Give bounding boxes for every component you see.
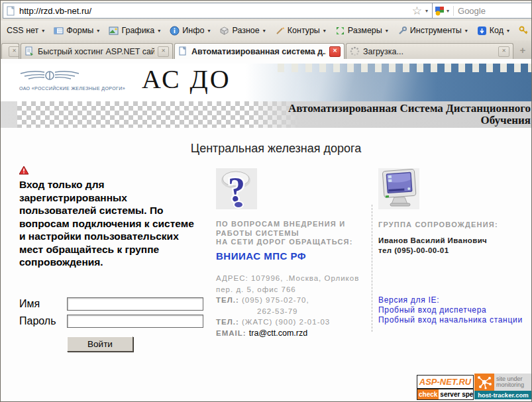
tab-hosting[interactable]: Быстрый хостинг ASP.NET сайтов с и... ✕ <box>21 43 173 59</box>
search-engine-caret[interactable]: ▾ <box>445 8 451 14</box>
devtools-menu-forms[interactable]: Формы▾ <box>49 23 104 38</box>
menu-label: Разное <box>232 26 259 35</box>
devtools-menu-resize[interactable]: Размеры▾ <box>331 23 393 38</box>
devtools-menu-images[interactable]: Графика▾ <box>104 23 165 38</box>
notice-line: Вход только для <box>19 178 210 191</box>
info-icon <box>170 26 180 36</box>
chevron-down-icon: ▾ <box>323 28 326 34</box>
tab-loading[interactable]: Загрузка... ✕ <box>346 43 513 59</box>
bookmark-star-icon[interactable]: ☆ <box>412 5 422 17</box>
google-icon <box>435 6 445 16</box>
header-subtitle-band: Автоматизированная Система Дистанционног… <box>1 101 532 128</box>
tab-overflow-icon[interactable]: + <box>514 44 531 56</box>
name-label: Имя <box>19 298 67 310</box>
menu-label: Размеры <box>348 26 382 35</box>
browser-navigation-bar: http://rzd.vb-net.ru/ ☆ ▾ ▾ Google <box>1 1 531 21</box>
login-password-row: Пароль <box>19 315 203 328</box>
tel-value: 262-53-79 <box>216 306 359 317</box>
site-subtitle: Автоматизированная Система Дистанционног… <box>288 103 531 126</box>
header-banner: ОАО «РОССИЙСКИЕ ЖЕЛЕЗНЫЕ ДОРОГИ» АС ДО <box>1 64 532 101</box>
demo-login-dispatcher-link[interactable]: Пробный вход диспетчера <box>378 305 523 315</box>
aspnet-badge[interactable]: ASP-NET.RU <box>417 375 474 389</box>
checkerboard-pattern <box>17 101 299 128</box>
close-icon[interactable]: ✕ <box>329 46 341 57</box>
forms-icon <box>54 26 64 36</box>
support-person-phone: тел (095)-00-00-01 <box>378 246 487 256</box>
page-title: Центральная железная дорога <box>1 142 532 156</box>
devtools-menu-code[interactable]: Код▾ <box>472 23 514 38</box>
menu-label: Инфо <box>182 26 204 35</box>
menu-label: Код <box>490 26 504 35</box>
chevron-down-icon: ▾ <box>262 28 266 34</box>
hosttracker-top: site under monitoring <box>474 374 532 391</box>
ie-links: Версия для IE: Пробный вход диспетчера П… <box>378 295 523 325</box>
search-box[interactable]: ▾ Google <box>432 3 532 19</box>
box-icon <box>219 26 229 36</box>
notice-line: вопросам подключения к системе <box>19 217 210 230</box>
serverspeed-badge[interactable]: check server speed <box>417 389 474 400</box>
chevron-down-icon: ▾ <box>96 28 99 34</box>
vniias-link[interactable]: ВНИИАС МПС РФ <box>216 250 306 262</box>
tel-value: (ЖАТС) (900) 2-01-03 <box>242 318 330 326</box>
document-icon <box>25 46 34 56</box>
support-contact: Иванов Василий Иванович тел (095)-00-00-… <box>378 236 487 256</box>
email-value: tra@ctt.com.rzd <box>249 328 307 338</box>
devtools-menu-tools[interactable]: Инструменты▾ <box>393 23 472 38</box>
devtools-menu-outline[interactable]: Контуры▾ <box>270 23 331 38</box>
web-developer-toolbar: CSS нет▾ Формы▾ Графика▾ Инфо▾ Разное▾ К… <box>1 21 532 41</box>
tel-value: (095) 975-02-70, <box>242 296 309 304</box>
close-icon[interactable]: ✕ <box>9 46 19 57</box>
devtools-menu-info[interactable]: Инфо▾ <box>165 23 215 38</box>
devtools-menu-options[interactable]: Настройки▾ <box>514 23 532 38</box>
name-input[interactable] <box>67 297 203 311</box>
question-mark-image: ? ? <box>216 168 257 209</box>
close-icon[interactable]: ✕ <box>158 46 169 57</box>
close-icon[interactable]: ✕ <box>498 46 509 57</box>
devtools-menu-css[interactable]: CSS нет▾ <box>2 23 49 38</box>
url-bar[interactable]: http://rzd.vb-net.ru/ ☆ ▾ <box>3 3 433 19</box>
support-person-name: Иванов Василий Иванович <box>378 236 487 246</box>
tab-title: Загрузка... <box>363 47 495 56</box>
notice-line: мест обращайтесь к группе <box>19 243 210 256</box>
hosttracker-badge[interactable]: site under monitoring host-tracker.com <box>474 374 532 399</box>
notice-text: Вход только для зарегистрированных польз… <box>19 178 210 269</box>
dashed-divider <box>372 205 372 332</box>
login-notice: Вход только для зарегистрированных польз… <box>19 166 210 269</box>
address-line: пер. д. 5, офис 766 <box>216 284 359 295</box>
key-icon <box>519 26 529 36</box>
email-label: EMAIL: <box>216 329 246 337</box>
login-form: Имя Пароль Войти <box>19 297 203 352</box>
email-line: EMAIL: tra@ctt.com.rzd <box>216 328 359 339</box>
tab-active-asdo[interactable]: Автоматизированная система д... ✕ <box>174 43 345 59</box>
login-name-row: Имя <box>19 297 203 311</box>
chevron-down-icon: ▾ <box>41 28 44 34</box>
wrench-icon <box>398 26 407 36</box>
page-content: ОАО «РОССИЙСКИЕ ЖЕЛЕЗНЫЕ ДОРОГИ» АС ДО А… <box>1 59 531 402</box>
chevron-down-icon: ▾ <box>506 28 509 34</box>
bookmark-dropdown-caret[interactable]: ▾ <box>423 8 430 14</box>
intro-line: НА СЕТИ ДОРОГ ОБРАЩАТЬСЯ: <box>216 238 353 247</box>
brush-icon <box>275 26 285 36</box>
devtools-menu-misc[interactable]: Разное▾ <box>215 23 270 38</box>
demo-login-stationmaster-link[interactable]: Пробный вход начальника станции <box>378 315 523 325</box>
password-label: Пароль <box>19 315 67 327</box>
tab-title: Автоматизированная система д... <box>191 47 326 56</box>
hosttracker-domain[interactable]: host-tracker.com <box>474 391 532 399</box>
password-input[interactable] <box>67 315 203 328</box>
menu-label: CSS нет <box>7 26 38 35</box>
notice-line: и настройки пользовательских <box>19 230 210 243</box>
intro-line: ПО ВОПРОСАМ ВНЕДРЕНИЯ И <box>216 220 353 229</box>
serverspeed-label: server speed <box>439 391 474 398</box>
login-button[interactable]: Войти <box>67 336 133 352</box>
contact-address: АДРЕС: 107996, .Москва, Орликов пер. д. … <box>216 273 359 338</box>
menu-label: Графика <box>121 26 154 35</box>
rzd-logo: ОАО «РОССИЙСКИЕ ЖЕЛЕЗНЫЕ ДОРОГИ» <box>19 70 119 91</box>
search-placeholder[interactable]: Google <box>453 6 531 16</box>
monitor-image <box>378 168 419 209</box>
tab-partial[interactable]: . ✕ <box>1 43 19 59</box>
code-icon <box>477 26 487 36</box>
url-text[interactable]: http://rzd.vb-net.ru/ <box>16 6 412 16</box>
chevron-down-icon: ▾ <box>157 28 160 34</box>
site-header: ОАО «РОССИЙСКИЕ ЖЕЛЕЗНЫЕ ДОРОГИ» АС ДО А… <box>1 64 532 128</box>
loading-spinner-icon <box>350 46 360 56</box>
